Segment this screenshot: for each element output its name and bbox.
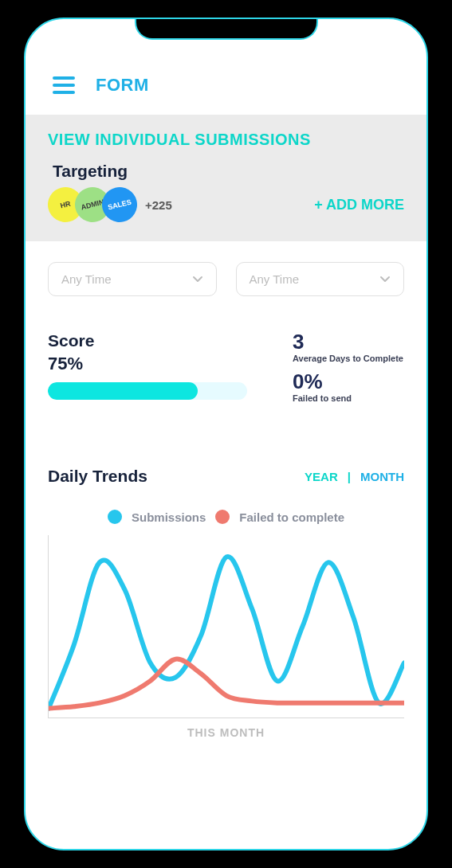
score-right: 3 Average Days to Complete 0% Failed to … bbox=[293, 331, 404, 411]
score-title: Score bbox=[48, 331, 269, 350]
legend-dot-submissions bbox=[108, 510, 122, 524]
score-progress bbox=[48, 382, 247, 400]
menu-icon[interactable] bbox=[53, 76, 75, 94]
targeting-row: HR ADMIN SALES +225 + ADD MORE bbox=[48, 187, 404, 222]
avg-days-label: Average Days to Complete bbox=[293, 354, 404, 363]
filter-left-value: Any Time bbox=[61, 272, 112, 286]
chart-legend: Submissions Failed to complete bbox=[26, 486, 426, 535]
range-year[interactable]: YEAR bbox=[305, 470, 338, 483]
app-title: FORM bbox=[96, 75, 149, 96]
range-month[interactable]: MONTH bbox=[360, 470, 404, 483]
submissions-panel: VIEW INDIVIDUAL SUBMISSIONS Targeting HR… bbox=[26, 115, 426, 241]
app-header: FORM bbox=[26, 67, 426, 115]
trends-header: Daily Trends YEAR | MONTH bbox=[26, 411, 426, 486]
filter-select-left[interactable]: Any Time bbox=[48, 262, 217, 296]
chip-overflow-count[interactable]: +225 bbox=[145, 198, 172, 212]
screen: FORM VIEW INDIVIDUAL SUBMISSIONS Targeti… bbox=[26, 19, 426, 849]
legend-dot-failed bbox=[215, 510, 230, 524]
filter-row: Any Time Any Time bbox=[26, 241, 426, 296]
legend-label-failed: Failed to complete bbox=[239, 510, 344, 524]
avg-days-value: 3 bbox=[293, 331, 404, 352]
trends-title: Daily Trends bbox=[48, 467, 147, 486]
failed-label: Failed to send bbox=[293, 393, 404, 403]
score-left: Score 75% bbox=[48, 331, 269, 411]
range-switch: YEAR | MONTH bbox=[305, 470, 404, 483]
chart-container: THIS MONTH bbox=[26, 535, 426, 739]
score-progress-fill bbox=[48, 382, 198, 400]
chart-x-label: THIS MONTH bbox=[48, 726, 404, 739]
range-separator: | bbox=[348, 470, 351, 483]
targeting-chips: HR ADMIN SALES +225 bbox=[48, 187, 172, 222]
panel-title[interactable]: VIEW INDIVIDUAL SUBMISSIONS bbox=[48, 131, 404, 149]
failed-value: 0% bbox=[293, 371, 404, 392]
add-more-button[interactable]: + ADD MORE bbox=[314, 197, 404, 213]
filter-select-right[interactable]: Any Time bbox=[236, 262, 405, 296]
trends-chart bbox=[48, 535, 404, 718]
score-section: Score 75% 3 Average Days to Complete 0% … bbox=[26, 296, 426, 411]
chevron-down-icon bbox=[192, 274, 203, 285]
phone-frame: FORM VIEW INDIVIDUAL SUBMISSIONS Targeti… bbox=[24, 18, 428, 850]
chip-sales[interactable]: SALES bbox=[98, 183, 140, 225]
score-value: 75% bbox=[48, 354, 269, 374]
filter-right-value: Any Time bbox=[250, 272, 300, 286]
legend-label-submissions: Submissions bbox=[132, 510, 206, 524]
chevron-down-icon bbox=[379, 274, 391, 285]
targeting-label: Targeting bbox=[48, 162, 404, 181]
